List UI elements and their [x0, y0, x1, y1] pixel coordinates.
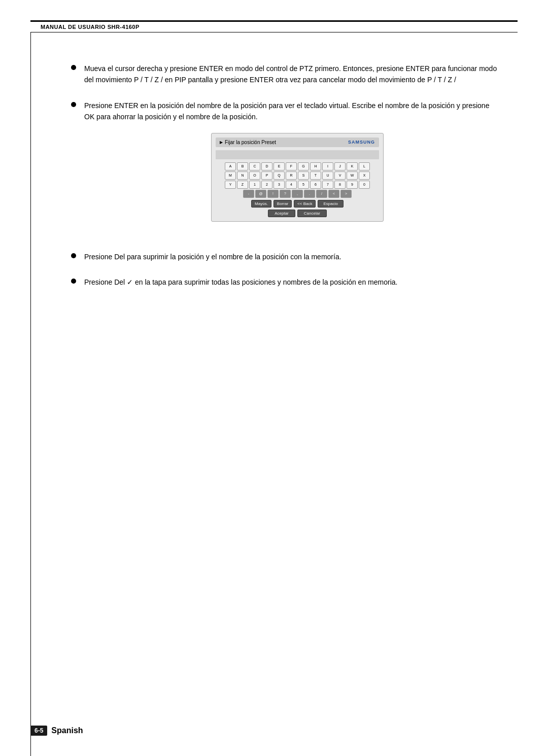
key-dash[interactable]: -: [243, 190, 254, 198]
key-N[interactable]: N: [237, 171, 248, 180]
key-6[interactable]: 6: [310, 181, 321, 189]
key-0[interactable]: 0: [359, 181, 370, 189]
key-I[interactable]: I: [322, 162, 333, 170]
left-sidebar: [30, 32, 51, 756]
bullet-text-4: Presione Del ✓ en la tapa para suprimir …: [84, 277, 397, 288]
key-slash[interactable]: /: [316, 190, 327, 198]
bullet-item-4: Presione Del ✓ en la tapa para suprimir …: [71, 277, 497, 288]
key-X[interactable]: X: [359, 171, 370, 180]
key-8[interactable]: 8: [334, 181, 346, 189]
header-bar: MANUAL DE USUARIO SHR-4160P: [30, 20, 518, 32]
bullet-dot-1: [71, 65, 76, 70]
key-2[interactable]: 2: [261, 181, 272, 189]
keyboard-rows: A B C D E F G H I J: [216, 162, 379, 198]
bullet-item-2: Presione ENTER en la posición del nombre…: [71, 100, 497, 237]
key-9[interactable]: 9: [347, 181, 358, 189]
bullet-item-1: Mueva el cursor derecha y presione ENTER…: [71, 63, 497, 86]
bullet-text-3: Presione Del para suprimir la posición y…: [84, 251, 341, 262]
key-period[interactable]: .: [304, 190, 315, 198]
key-E[interactable]: E: [273, 162, 285, 170]
key-A[interactable]: A: [225, 162, 236, 170]
key-O[interactable]: O: [249, 171, 260, 180]
key-U[interactable]: U: [322, 171, 333, 180]
key-Q[interactable]: Q: [273, 171, 285, 180]
key-at[interactable]: @: [255, 190, 266, 198]
borrar-button[interactable]: Borrar: [273, 200, 292, 208]
page-badge: 6-5: [30, 726, 47, 736]
keyboard-input-area: [216, 150, 379, 159]
bullet-dot-4: [71, 279, 76, 284]
key-C[interactable]: C: [249, 162, 260, 170]
key-Y[interactable]: Y: [225, 181, 236, 189]
key-F[interactable]: F: [286, 162, 297, 170]
aceptar-button[interactable]: Aceptar: [268, 210, 295, 217]
key-G[interactable]: G: [298, 162, 309, 170]
bullet-dot-2: [71, 102, 76, 107]
page-footer: 6-5 Spanish: [30, 726, 83, 736]
key-gt[interactable]: >: [340, 190, 352, 198]
page-container: MANUAL DE USUARIO SHR-4160P Mueva el cur…: [0, 0, 548, 756]
key-D[interactable]: D: [261, 162, 272, 170]
key-K[interactable]: K: [347, 162, 358, 170]
espacio-button[interactable]: Espacio: [318, 200, 343, 208]
key-L[interactable]: L: [359, 162, 370, 170]
key-5[interactable]: 5: [298, 181, 309, 189]
cancelar-button[interactable]: Cancelar: [297, 210, 327, 217]
key-S[interactable]: S: [298, 171, 309, 180]
mayus-button[interactable]: Mayús.: [251, 200, 271, 208]
key-J[interactable]: J: [334, 162, 346, 170]
key-row-4: - @ ! ? , . / < >: [216, 190, 379, 198]
key-lt[interactable]: <: [328, 190, 339, 198]
keyboard-header: Fijar la posición Preset SAMSUNG: [216, 138, 379, 147]
keyboard-header-title: Fijar la posición Preset: [220, 140, 276, 145]
key-exclaim[interactable]: !: [267, 190, 279, 198]
key-7[interactable]: 7: [322, 181, 333, 189]
key-B[interactable]: B: [237, 162, 248, 170]
key-W[interactable]: W: [347, 171, 358, 180]
keyboard-box: Fijar la posición Preset SAMSUNG A B C: [211, 133, 384, 222]
key-4[interactable]: 4: [286, 181, 297, 189]
key-1[interactable]: 1: [249, 181, 260, 189]
main-content: Mueva el cursor derecha y presione ENTER…: [51, 32, 518, 756]
footer-language: Spanish: [51, 726, 83, 735]
samsung-logo: SAMSUNG: [348, 140, 375, 145]
key-P[interactable]: P: [261, 171, 272, 180]
key-3[interactable]: 3: [273, 181, 285, 189]
bullet-dot-3: [71, 253, 76, 258]
key-T[interactable]: T: [310, 171, 321, 180]
action-row: Aceptar Cancelar: [216, 210, 379, 217]
back-button[interactable]: << Back: [294, 200, 316, 208]
bullet-item-3: Presione Del para suprimir la posición y…: [71, 251, 497, 262]
key-M[interactable]: M: [225, 171, 236, 180]
key-Z[interactable]: Z: [237, 181, 248, 189]
content-wrapper: Mueva el cursor derecha y presione ENTER…: [30, 32, 518, 756]
function-row: Mayús. Borrar << Back Espacio: [216, 200, 379, 208]
key-row-2: M N O P Q R S T U V: [216, 171, 379, 180]
key-question[interactable]: ?: [280, 190, 291, 198]
bullet-text-1: Mueva el cursor derecha y presione ENTER…: [84, 63, 497, 86]
key-row-3: Y Z 1 2 3 4 5 6 7 8: [216, 181, 379, 189]
key-H[interactable]: H: [310, 162, 321, 170]
bullet-text-2: Presione ENTER en la posición del nombre…: [84, 101, 489, 121]
header-title: MANUAL DE USUARIO SHR-4160P: [41, 24, 140, 30]
key-V[interactable]: V: [334, 171, 346, 180]
key-row-1: A B C D E F G H I J: [216, 162, 379, 170]
key-R[interactable]: R: [286, 171, 297, 180]
keyboard-illustration: Fijar la posición Preset SAMSUNG A B C: [97, 133, 497, 222]
key-comma[interactable]: ,: [292, 190, 303, 198]
